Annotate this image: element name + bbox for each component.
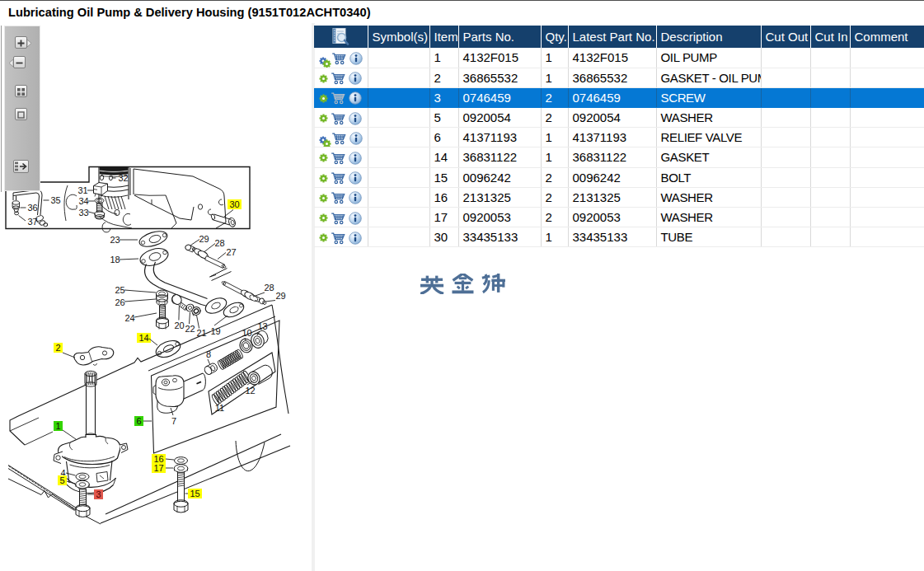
svg-text:29: 29 xyxy=(275,291,285,301)
svg-text:33: 33 xyxy=(78,208,88,218)
svg-text:25: 25 xyxy=(115,285,124,295)
svg-text:5: 5 xyxy=(59,475,64,485)
svg-text:36: 36 xyxy=(27,203,37,213)
svg-text:24: 24 xyxy=(124,313,134,323)
svg-text:30: 30 xyxy=(229,199,239,209)
svg-text:10: 10 xyxy=(242,328,251,338)
svg-text:3: 3 xyxy=(96,489,101,499)
svg-text:14: 14 xyxy=(138,333,148,343)
svg-text:26: 26 xyxy=(115,297,124,307)
svg-text:23: 23 xyxy=(110,235,120,245)
svg-text:31: 31 xyxy=(77,185,87,195)
svg-text:28: 28 xyxy=(214,238,224,248)
svg-text:17: 17 xyxy=(153,463,163,473)
svg-text:22: 22 xyxy=(185,324,195,334)
svg-text:6: 6 xyxy=(136,416,141,426)
svg-text:20: 20 xyxy=(174,321,184,330)
svg-text:29: 29 xyxy=(199,234,209,244)
svg-text:27: 27 xyxy=(226,247,236,257)
svg-text:18: 18 xyxy=(110,255,120,264)
svg-text:2: 2 xyxy=(55,343,60,353)
svg-text:35: 35 xyxy=(50,195,60,205)
svg-text:21: 21 xyxy=(196,328,206,338)
svg-text:34: 34 xyxy=(78,196,88,206)
svg-text:13: 13 xyxy=(257,321,267,331)
svg-text:37: 37 xyxy=(27,217,37,227)
svg-text:12: 12 xyxy=(245,386,255,395)
svg-text:7: 7 xyxy=(171,416,176,426)
svg-text:8: 8 xyxy=(206,349,211,359)
svg-text:1: 1 xyxy=(55,421,60,431)
svg-text:11: 11 xyxy=(215,403,224,413)
svg-text:28: 28 xyxy=(264,283,274,293)
svg-text:32: 32 xyxy=(118,173,128,183)
svg-text:15: 15 xyxy=(190,489,199,498)
